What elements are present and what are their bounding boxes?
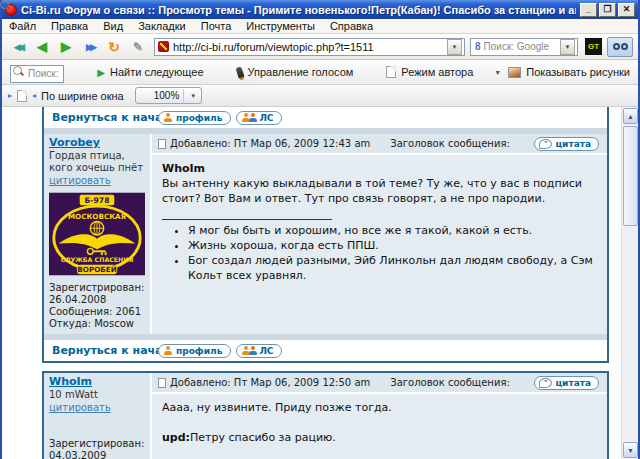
- fit-width-page-icon: [17, 90, 27, 102]
- menu-bookmarks[interactable]: Закладки: [138, 20, 186, 32]
- maximize-button[interactable]: ❐: [599, 3, 616, 17]
- quote-bubble-icon: ": [539, 139, 552, 149]
- rewind-button[interactable]: ◀◀: [7, 37, 29, 57]
- find-binoculars-toggle[interactable]: [607, 37, 633, 57]
- scroll-down-icon[interactable]: ▼: [623, 442, 638, 458]
- zoom-magnifier-icon: [139, 90, 150, 101]
- google-search-icon: 8: [475, 41, 481, 52]
- close-button[interactable]: ✕: [618, 3, 635, 17]
- binoculars-icon: [621, 43, 628, 50]
- address-bar: ▼: [154, 38, 465, 56]
- post-row: WhoIm 10 mWatt цитировать Зарегистрирова…: [44, 373, 607, 459]
- subject-label: Заголовок сообщения:: [390, 377, 510, 388]
- navigation-toolbar: ◀◀ ◀ ▶ ▶▶ ↻ ✎ ▼ 8 ▼ GT: [2, 34, 638, 60]
- menu-help[interactable]: Справка: [330, 20, 373, 32]
- user-info: Зарегистрирован: 04.03.2009 Сообщения: 7: [49, 438, 146, 459]
- voice-control-button[interactable]: Управление голосом: [237, 66, 354, 78]
- user-title: Гордая птица, кого хочешь пнёт: [49, 150, 146, 174]
- post-icon: [158, 139, 166, 149]
- url-input[interactable]: [173, 41, 443, 53]
- avatar: Б-978 МОСКОВСКАЯ СЛУЖБА СПАСЕНИЯ: [49, 191, 145, 277]
- author-mode-button[interactable]: Режим автора: [386, 66, 473, 78]
- zoom-level: 100%: [154, 90, 180, 101]
- signature-line: Я мог бы быть и хорошим, но все же я так…: [188, 223, 597, 238]
- message-text: Вы антенну какую выкладывали в той теме?…: [162, 176, 597, 206]
- post-cell: Добавлено: Пт Мар 06, 2009 12:50 am Заго…: [152, 373, 607, 459]
- fit-width-button[interactable]: По ширине окна: [41, 90, 124, 102]
- web-search-box: 8 ▼: [470, 38, 578, 56]
- user-cell: WhoIm 10 mWatt цитировать Зарегистрирова…: [44, 373, 150, 459]
- search-engine-dropdown-icon[interactable]: ▼: [560, 39, 575, 55]
- post-body: WhoIm Вы антенну какую выкладывали в той…: [152, 155, 607, 334]
- addressee: WhoIm: [162, 161, 597, 176]
- vertical-scrollbar[interactable]: ▲ ▼: [621, 107, 638, 459]
- svg-text:Б-978: Б-978: [84, 196, 109, 205]
- signature-line: Бог создал людей разными, Эйб Линкольн д…: [188, 253, 597, 283]
- menu-view[interactable]: Вид: [103, 20, 123, 32]
- back-to-top-row: Вернуться к началу профиль ЛС: [44, 340, 607, 361]
- fast-forward-button[interactable]: ▶▶: [79, 37, 101, 57]
- message-upd-line: upd:Петру спасибо за рацию.: [162, 430, 597, 445]
- zoom-control[interactable]: 100% ▼: [135, 87, 203, 104]
- url-dropdown-icon[interactable]: ▼: [447, 39, 462, 55]
- menu-bar: Файл Правка Вид Закладки Почта Инструмен…: [2, 19, 638, 34]
- two-persons-icon: [242, 113, 256, 122]
- back-to-top-row: Вернуться к началу профиль ЛС: [44, 107, 607, 128]
- profile-button[interactable]: профиль: [158, 344, 231, 358]
- site-favicon: [158, 41, 169, 52]
- find-toolbar: ▶ Найти следующее Управление голосом Реж…: [2, 60, 638, 85]
- minimize-button[interactable]: _: [580, 3, 597, 17]
- posted-timestamp: Добавлено: Пт Мар 06, 2009 12:50 am: [170, 377, 370, 388]
- quote-button[interactable]: " цитата: [534, 376, 599, 390]
- profile-button[interactable]: профиль: [158, 111, 231, 125]
- window-title: Ci-Bi.ru Форум о связи :: Просмотр темы …: [21, 4, 576, 16]
- post-cell: Добавлено: Пт Мар 06, 2009 12:43 am Заго…: [152, 134, 607, 334]
- scroll-up-icon[interactable]: ▲: [623, 108, 638, 124]
- quote-link[interactable]: цитировать: [49, 175, 111, 187]
- menu-edit[interactable]: Правка: [51, 20, 88, 32]
- username-link[interactable]: Vorobey: [49, 136, 100, 149]
- forum-thread: Вернуться к началу профиль ЛС: [42, 107, 609, 459]
- user-info: Зарегистрирован: 26.04.2008 Сообщения: 2…: [49, 282, 146, 330]
- opera-window: Ci-Bi.ru Форум о связи :: Просмотр темы …: [0, 0, 640, 459]
- picture-icon: [508, 67, 521, 78]
- reload-button[interactable]: ↻: [103, 37, 125, 57]
- fit-left-icon: ▸: [8, 91, 12, 100]
- fit-right-icon: ◂: [32, 91, 36, 100]
- user-title: 10 mWatt: [49, 389, 146, 401]
- signature-divider: [162, 219, 332, 220]
- quote-button[interactable]: " цитата: [534, 137, 599, 151]
- svg-text:СЛУЖБА СПАСЕНИЯ: СЛУЖБА СПАСЕНИЯ: [61, 256, 134, 263]
- forward-button[interactable]: ▶: [55, 37, 77, 57]
- private-message-button[interactable]: ЛС: [236, 111, 282, 125]
- binoculars-icon: [613, 43, 620, 50]
- quote-link[interactable]: цитировать: [49, 402, 111, 414]
- back-to-top-link[interactable]: Вернуться к началу: [44, 344, 150, 357]
- person-icon: [164, 113, 173, 122]
- toolbar-overflow-icon[interactable]: ▼: [494, 69, 501, 76]
- username-link[interactable]: WhoIm: [49, 375, 92, 388]
- microphone-icon: [235, 66, 244, 78]
- scrollbar-thumb[interactable]: [623, 126, 638, 226]
- quote-bubble-icon: ": [539, 378, 552, 388]
- edit-icon[interactable]: ✎: [127, 37, 149, 57]
- menu-mail[interactable]: Почта: [201, 20, 232, 32]
- private-message-button[interactable]: ЛС: [236, 344, 282, 358]
- menu-file[interactable]: Файл: [9, 20, 36, 32]
- divider: [183, 89, 184, 102]
- back-to-top-link[interactable]: Вернуться к началу: [44, 111, 150, 124]
- magnifier-icon: [13, 66, 24, 77]
- two-persons-icon: [242, 346, 256, 355]
- web-search-input[interactable]: [484, 41, 557, 52]
- post-body: Аааа, ну извините. Приду позже тогда. up…: [152, 394, 607, 459]
- back-button[interactable]: ◀: [31, 37, 53, 57]
- user-cell: Vorobey Гордая птица, кого хочешь пнёт ц…: [44, 134, 150, 334]
- menu-tools[interactable]: Инструменты: [246, 20, 315, 32]
- find-next-button[interactable]: ▶ Найти следующее: [97, 66, 203, 78]
- zoom-dropdown-icon[interactable]: ▼: [188, 93, 198, 99]
- message-text: Аааа, ну извините. Приду позже тогда.: [162, 400, 597, 415]
- show-images-button[interactable]: Показывать рисунки: [508, 66, 630, 78]
- zoom-toolbar: ▸ ◂ По ширине окна 100% ▼: [2, 85, 638, 107]
- gt-extension-button[interactable]: GT: [585, 38, 602, 55]
- post-table-2: WhoIm 10 mWatt цитировать Зарегистрирова…: [42, 371, 609, 459]
